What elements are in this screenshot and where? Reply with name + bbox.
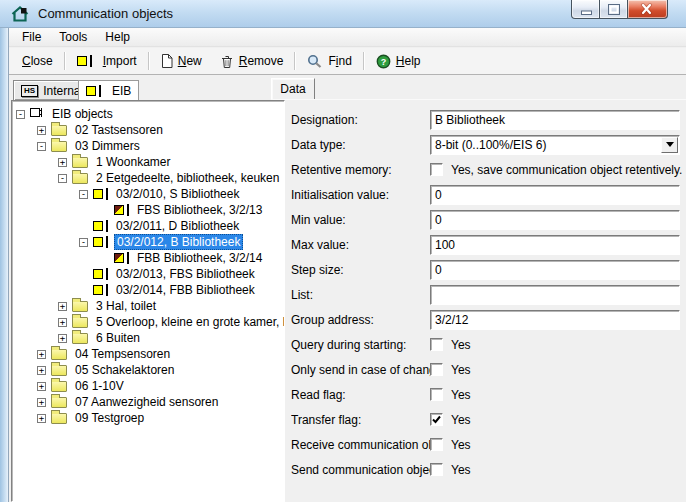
form-row: Designation:B Bibliotheek (291, 107, 683, 132)
minimize-button[interactable] (571, 0, 600, 19)
retentive-memory-label: Retentive memory: (291, 163, 430, 177)
close-button[interactable] (628, 0, 668, 19)
collapse-toggle[interactable]: - (79, 190, 88, 199)
object-icon (93, 188, 108, 200)
tree-item-label[interactable]: 03/2/012, B Bibliotheek (114, 234, 243, 250)
expand-toggle[interactable]: + (37, 126, 46, 135)
group-address-label: Group address: (291, 313, 430, 327)
folder-icon (51, 413, 67, 424)
tree-item: +5 Overloop, kleine en grote kamer, bad (12, 314, 284, 330)
form-row: Receive communication objeYes (291, 432, 683, 457)
initialisation-value-field[interactable]: 0 (430, 185, 680, 205)
toolbar-new-button[interactable]: New (152, 49, 211, 73)
restore-button[interactable] (600, 0, 628, 19)
expand-toggle[interactable]: + (37, 414, 46, 423)
tree-item: +09 Testgroep (12, 410, 284, 426)
tree-item-label[interactable]: FBB Bibliotheek, 3/2/14 (135, 251, 264, 265)
min-value-field[interactable]: 0 (430, 210, 680, 230)
form-row: Max value:100 (291, 232, 683, 257)
tab-eib[interactable]: EIB (78, 80, 139, 101)
tree-item: +1 Woonkamer (12, 154, 284, 170)
button-label: Help (396, 54, 421, 68)
only-send-in-case-of-change-checkbox[interactable] (430, 363, 443, 376)
tree-item-label[interactable]: 03/2/013, FBS Bibliotheek (114, 267, 257, 281)
expand-toggle[interactable]: + (58, 318, 67, 327)
toolbar-import-button[interactable]: Import (68, 49, 146, 73)
send-communication-object-checkbox[interactable] (430, 463, 443, 476)
toolbar-help-button[interactable]: ?Help (367, 49, 430, 73)
group-address-field[interactable]: 3/2/12 (430, 310, 680, 330)
button-label: Close (22, 54, 53, 68)
expand-toggle[interactable]: + (58, 302, 67, 311)
retentive-memory-checkbox[interactable] (430, 163, 443, 176)
dropdown-arrow-button[interactable] (661, 137, 678, 153)
tree-item-label[interactable]: 03/2/010, S Bibliotheek (114, 187, 241, 201)
tree-item-label[interactable]: 1 Woonkamer (94, 155, 172, 169)
tree-item-label[interactable]: 04 Tempsensoren (73, 347, 172, 361)
hs-icon: HS (21, 85, 38, 97)
tree-item-label[interactable]: 03/2/011, D Bibliotheek (114, 219, 241, 233)
form-row: Retentive memory:Yes, save communication… (291, 157, 683, 182)
list-field[interactable] (430, 285, 680, 305)
menu-item-tools[interactable]: Tools (50, 29, 96, 45)
tree-item-label[interactable]: EIB objects (50, 107, 115, 121)
expand-toggle[interactable]: + (37, 366, 46, 375)
step-size-field[interactable]: 0 (430, 260, 680, 280)
tree-item-label[interactable]: 2 Eetgedeelte, bibliotheek, keuken (94, 171, 281, 185)
collapse-toggle[interactable]: - (58, 174, 67, 183)
tree-item-label[interactable]: 09 Testgroep (73, 411, 146, 425)
tree-item: +06 1-10V (12, 378, 284, 394)
tree-item: -03 Dimmers (12, 138, 284, 154)
subobject-icon (114, 204, 129, 216)
expand-toggle[interactable]: + (58, 334, 67, 343)
tree-item-label[interactable]: 3 Hal, toilet (94, 299, 158, 313)
collapse-toggle[interactable]: - (79, 238, 88, 247)
restore-icon (600, 0, 627, 19)
tree-item-label[interactable]: 05 Schakelaktoren (73, 363, 176, 377)
menu-item-file[interactable]: File (13, 29, 50, 45)
tree-item-label[interactable]: 03/2/014, FBB Bibliotheek (114, 283, 257, 297)
toolbar-close-button[interactable]: Close (13, 49, 62, 73)
tree-item-label[interactable]: 03 Dimmers (73, 139, 142, 153)
transfer-flag-checkbox[interactable] (430, 413, 443, 426)
tree-item: -2 Eetgedeelte, bibliotheek, keuken (12, 170, 284, 186)
tab-data[interactable]: Data (271, 78, 315, 100)
object-icon (93, 284, 108, 296)
max-value-field[interactable]: 100 (430, 235, 680, 255)
tree-item: +6 Buiten (12, 330, 284, 346)
tree-item-label[interactable]: 6 Buiten (94, 331, 142, 345)
folder-icon (72, 333, 88, 344)
read-flag-label: Read flag: (291, 388, 430, 402)
form-row: List: (291, 282, 683, 307)
tree-item-label[interactable]: 02 Tastsensoren (73, 123, 165, 137)
toolbar-remove-button[interactable]: Remove (211, 49, 293, 73)
read-flag-checkbox[interactable] (430, 388, 443, 401)
expand-toggle[interactable]: + (37, 350, 46, 359)
caption-buttons (571, 0, 668, 19)
tab-label: EIB (112, 84, 131, 98)
tree-item-label[interactable]: FBS Bibliotheek, 3/2/13 (135, 203, 264, 217)
chevron-down-icon (666, 142, 674, 147)
expand-toggle[interactable]: + (37, 398, 46, 407)
form-row: Read flag:Yes (291, 382, 683, 407)
query-during-starting-checkbox[interactable] (430, 338, 443, 351)
collapse-toggle[interactable]: - (37, 142, 46, 151)
only-send-in-case-of-change-label: Only send in case of change (291, 363, 430, 377)
folder-icon (51, 397, 67, 408)
tree-item: +3 Hal, toilet (12, 298, 284, 314)
collapse-toggle[interactable]: - (16, 110, 25, 119)
tree-item-label[interactable]: 5 Overloop, kleine en grote kamer, bad (94, 315, 284, 329)
tree-item-label[interactable]: 06 1-10V (73, 379, 126, 393)
expand-toggle[interactable]: + (37, 382, 46, 391)
designation-field[interactable]: B Bibliotheek (430, 110, 680, 130)
expand-toggle[interactable]: + (58, 158, 67, 167)
house-icon (10, 5, 30, 22)
transfer-flag-label: Transfer flag: (291, 413, 430, 427)
menu-item-help[interactable]: Help (96, 29, 139, 45)
tree-item: FBS Bibliotheek, 3/2/13 (12, 202, 284, 218)
toolbar-find-button[interactable]: Find (298, 49, 360, 73)
tree-item-label[interactable]: 07 Aanwezigheid sensoren (73, 395, 220, 409)
root-node-icon (30, 107, 44, 121)
receive-communication-obje-checkbox[interactable] (430, 438, 443, 451)
data-type-select[interactable]: 8-bit (0..100%/EIS 6) (430, 135, 680, 155)
